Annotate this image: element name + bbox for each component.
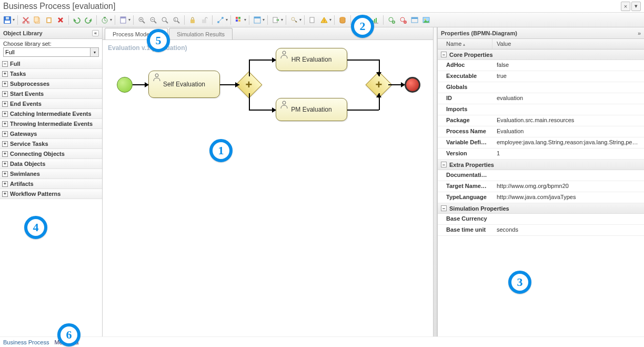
palette-dropdown-icon[interactable]: ▾ <box>244 17 246 22</box>
expand-icon[interactable]: + <box>2 161 8 167</box>
copy-icon[interactable] <box>32 15 43 25</box>
property-row[interactable]: Base time unitseconds <box>438 225 644 236</box>
prop-value[interactable]: employee:java.lang.String,reason:java.la… <box>492 137 644 148</box>
property-row[interactable]: Variable Defi…employee:java.lang.String,… <box>438 137 644 148</box>
section-extra[interactable]: −Extra Properties <box>438 160 644 170</box>
section-sim[interactable]: −Simulation Properties <box>438 203 644 214</box>
warning-icon[interactable]: ! <box>319 15 329 25</box>
page-icon[interactable] <box>118 15 128 25</box>
tree-item-gateways[interactable]: +Gateways <box>0 129 102 139</box>
tree-item-artifacts[interactable]: +Artifacts <box>0 179 102 189</box>
collapse-icon[interactable]: − <box>2 61 8 67</box>
close-button[interactable]: × <box>621 2 630 11</box>
expand-icon[interactable]: + <box>2 141 8 147</box>
export-icon[interactable] <box>270 15 281 25</box>
expand-icon[interactable]: + <box>2 121 8 127</box>
tree-item-workflow-patterns[interactable]: +Workflow Patterns <box>0 189 102 199</box>
tree-item-service-tasks[interactable]: +Service Tasks <box>0 139 102 149</box>
start-event[interactable] <box>117 77 133 93</box>
prop-value[interactable]: http://www.omg.org/bpmn20 <box>492 181 644 192</box>
expand-icon[interactable]: + <box>2 91 8 97</box>
col-name[interactable]: Name <box>446 41 461 47</box>
expand-icon[interactable]: + <box>2 151 8 157</box>
tree-item-catching-intermediate-events[interactable]: +Catching Intermediate Events <box>0 109 102 119</box>
zoom-reset-icon[interactable]: 1 <box>171 15 182 25</box>
lock-icon[interactable] <box>187 15 198 25</box>
tree-item-connecting-objects[interactable]: +Connecting Objects <box>0 149 102 159</box>
delete-icon[interactable] <box>55 15 66 25</box>
layout-icon[interactable] <box>252 15 263 25</box>
end-event[interactable] <box>405 77 420 93</box>
col-value[interactable]: Value <box>492 39 644 49</box>
property-row[interactable]: Globals <box>438 82 644 93</box>
prop-value[interactable]: http://www.java.com/javaTypes <box>492 192 644 203</box>
gear-add-icon[interactable] <box>386 15 397 25</box>
expand-right-icon[interactable]: » <box>638 30 641 36</box>
paste-icon[interactable] <box>44 15 54 25</box>
timer-dropdown-icon[interactable]: ▾ <box>110 17 112 22</box>
task-self-evaluation[interactable]: Self Evaluation <box>148 71 220 98</box>
resize-handle[interactable] <box>433 27 437 336</box>
property-row[interactable]: Target Name…http://www.omg.org/bpmn20 <box>438 181 644 192</box>
zoom-in-icon[interactable] <box>136 15 147 25</box>
palette-icon[interactable] <box>234 15 244 25</box>
prop-value[interactable] <box>492 170 644 181</box>
database-icon[interactable] <box>337 15 348 25</box>
tree-root-full[interactable]: −Full <box>0 59 102 69</box>
property-row[interactable]: AdHocfalse <box>438 60 644 71</box>
gear-remove-icon[interactable] <box>398 15 408 25</box>
collapse-icon[interactable]: − <box>441 52 447 57</box>
bottom-tab-business-process[interactable]: Business Process <box>3 339 49 345</box>
validate-icon[interactable] <box>307 15 318 25</box>
property-row[interactable]: Version1 <box>438 148 644 160</box>
task-hr-evaluation[interactable]: HR Evaluation <box>276 48 347 71</box>
expand-icon[interactable]: + <box>2 111 8 117</box>
expand-icon[interactable]: + <box>2 81 8 87</box>
unlock-icon[interactable] <box>199 15 209 25</box>
prop-value[interactable]: 1 <box>492 148 644 159</box>
tree-item-data-objects[interactable]: +Data Objects <box>0 159 102 169</box>
bpmn-canvas[interactable]: Evaluation v.1 (evaluation) Self Evaluat… <box>103 40 433 336</box>
library-set-input[interactable] <box>3 47 90 57</box>
redo-icon[interactable] <box>83 15 94 25</box>
parallel-gateway-split[interactable]: + <box>239 75 258 94</box>
key-dropdown-icon[interactable]: ▾ <box>299 17 301 22</box>
tree-item-tasks[interactable]: +Tasks <box>0 69 102 79</box>
tree-item-throwing-intermediate-events[interactable]: +Throwing Intermediate Events <box>0 119 102 129</box>
prop-value[interactable]: seconds <box>492 225 644 235</box>
save-icon[interactable] <box>2 15 13 25</box>
zoom-out-icon[interactable] <box>148 15 158 25</box>
expand-icon[interactable]: + <box>2 171 8 177</box>
expand-icon[interactable]: + <box>2 191 8 197</box>
property-row[interactable]: PackageEvaluation.src.main.resources <box>438 115 644 126</box>
tree-item-start-events[interactable]: +Start Events <box>0 89 102 99</box>
property-row[interactable]: Imports <box>438 104 644 115</box>
parallel-gateway-join[interactable]: + <box>369 75 388 94</box>
property-row[interactable]: Base Currency <box>438 214 644 225</box>
collapse-icon[interactable]: − <box>441 205 447 211</box>
picture-icon[interactable] <box>421 15 431 25</box>
property-row[interactable]: IDevaluation <box>438 93 644 104</box>
expand-icon[interactable]: + <box>2 101 8 107</box>
prop-value[interactable]: false <box>492 60 644 71</box>
prop-value[interactable]: evaluation <box>492 93 644 104</box>
collapse-icon[interactable]: − <box>441 162 447 167</box>
expand-icon[interactable]: + <box>2 71 8 77</box>
tab-simulation-results[interactable]: Simulation Results <box>169 28 233 39</box>
section-core[interactable]: −Core Properties <box>438 49 644 60</box>
expand-icon[interactable]: + <box>2 181 8 187</box>
prop-value[interactable]: Evaluation <box>492 126 644 137</box>
layout-dropdown-icon[interactable]: ▾ <box>263 17 265 22</box>
property-row[interactable]: Documentati… <box>438 170 644 181</box>
library-dropdown-icon[interactable]: ▾ <box>90 47 99 57</box>
prop-value[interactable]: Evaluation.src.main.resources <box>492 115 644 126</box>
key-icon[interactable] <box>289 15 299 25</box>
property-row[interactable]: TypeLanguagehttp://www.java.com/javaType… <box>438 192 644 203</box>
export-dropdown-icon[interactable]: ▾ <box>281 17 283 22</box>
prop-value[interactable] <box>492 82 644 93</box>
expand-icon[interactable]: + <box>2 131 8 137</box>
page-dropdown-icon[interactable]: ▾ <box>128 17 130 22</box>
property-row[interactable]: Executabletrue <box>438 71 644 82</box>
save-dropdown-icon[interactable]: ▾ <box>13 17 15 22</box>
timer-icon[interactable] <box>99 15 110 25</box>
